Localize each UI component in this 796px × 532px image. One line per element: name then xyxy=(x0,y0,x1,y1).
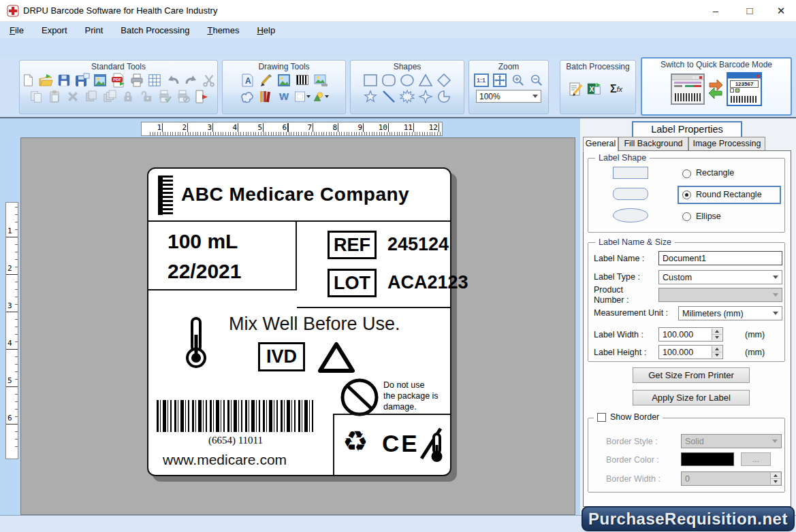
shape-star4-icon[interactable] xyxy=(417,88,434,104)
add-text-icon[interactable]: A xyxy=(239,72,255,88)
unlock-icon[interactable] xyxy=(138,88,155,104)
zoom-out-icon[interactable] xyxy=(528,72,545,88)
group-title: Shapes xyxy=(351,61,464,71)
show-border-label[interactable]: Show Border xyxy=(610,412,659,422)
menu-batch-processing[interactable]: Batch Processing xyxy=(121,25,189,35)
chevron-down-icon xyxy=(772,439,778,443)
shape-diamond-icon[interactable] xyxy=(436,72,452,88)
zoom-actual-size-icon[interactable]: 1:1 xyxy=(473,72,490,88)
zoom-in-icon[interactable] xyxy=(510,72,526,88)
undo-icon[interactable] xyxy=(165,72,181,88)
measurement-unit-select[interactable]: Milimeters (mm) xyxy=(678,306,782,320)
show-border-checkbox[interactable] xyxy=(597,413,606,422)
design-canvas[interactable]: ABC Medicare Company 100 mL 22/2021 REF … xyxy=(20,137,575,515)
label-width-unit: (mm) xyxy=(745,330,765,339)
open-file-icon[interactable] xyxy=(38,72,54,88)
menu-export[interactable]: Export xyxy=(42,25,67,35)
shape-roundrect-icon[interactable] xyxy=(381,72,397,88)
apply-size-for-label-button[interactable]: Apply Size for Label xyxy=(633,390,750,405)
barcode-glyph xyxy=(296,75,308,85)
spin-up-icon[interactable] xyxy=(712,346,722,352)
menu-print[interactable]: Print xyxy=(85,25,104,35)
chevron-down-icon xyxy=(773,276,778,279)
export-image-icon[interactable] xyxy=(93,72,109,88)
save-as-icon[interactable] xyxy=(74,72,91,88)
add-barcode-icon[interactable] xyxy=(294,72,311,88)
freeform-shape-icon[interactable] xyxy=(239,88,255,104)
menu-help[interactable]: Help xyxy=(257,25,275,35)
ivd-symbol: IVD xyxy=(258,342,305,371)
grid-icon[interactable] xyxy=(146,72,163,88)
label-width-spinner[interactable]: 100.000 xyxy=(658,327,723,342)
radio-round-rectangle-label[interactable]: Round Rectangle xyxy=(696,190,762,199)
clone-icon[interactable] xyxy=(101,88,118,104)
svg-text:A: A xyxy=(245,76,251,86)
menu-themes[interactable]: Themes xyxy=(207,25,239,35)
export-pdf-icon[interactable]: PDF xyxy=(110,72,127,88)
label-name-input[interactable]: Document1 xyxy=(658,251,782,265)
shape-ellipse-icon[interactable] xyxy=(399,72,415,88)
damage-warning-text: Do not use the package is damage. xyxy=(383,380,439,412)
formula-icon[interactable]: Σfx xyxy=(605,81,628,97)
lock-icon[interactable] xyxy=(120,88,136,104)
radio-ellipse-label[interactable]: Ellipse xyxy=(696,212,721,221)
close-button[interactable]: ✕ xyxy=(769,3,793,19)
chevron-down-icon xyxy=(532,95,538,98)
date-text: 22/2021 xyxy=(168,260,241,283)
save-icon[interactable] xyxy=(56,72,72,88)
tab-general[interactable]: General xyxy=(583,137,618,152)
radio-ellipse[interactable] xyxy=(682,212,691,221)
zoom-level-select[interactable]: 100% xyxy=(476,90,541,103)
shape-line-icon[interactable] xyxy=(381,88,397,104)
shape-gallery-icon[interactable] xyxy=(313,88,329,104)
shape-rectangle-icon[interactable] xyxy=(362,72,379,88)
duplicate-icon[interactable] xyxy=(83,88,99,104)
cut-icon[interactable] xyxy=(201,72,217,88)
frame-tool-icon[interactable] xyxy=(294,88,311,104)
add-pencil-icon[interactable] xyxy=(257,72,274,88)
medical-label[interactable]: ABC Medicare Company 100 mL 22/2021 REF … xyxy=(147,167,451,476)
tab-image-processing[interactable]: Image Processing xyxy=(688,137,765,151)
group-title: Batch Processing xyxy=(560,61,635,71)
shape-star-icon[interactable] xyxy=(362,88,379,104)
shape-pie-icon[interactable] xyxy=(436,88,452,104)
radio-rectangle[interactable] xyxy=(682,169,691,178)
radio-round-rectangle[interactable] xyxy=(682,190,691,199)
minimize-button[interactable]: – xyxy=(704,3,727,19)
group-shapes: Shapes xyxy=(350,60,464,114)
group-switch-quick-mode[interactable]: Switch to Quick Barcode Mode 123567 xyxy=(641,57,792,116)
volume-date-cell: 100 mL 22/2021 xyxy=(148,222,297,290)
print-settings-icon[interactable] xyxy=(175,88,191,104)
add-image-icon[interactable] xyxy=(276,72,292,88)
add-picture-icon[interactable] xyxy=(313,72,329,88)
ruler-number: 3 xyxy=(7,301,12,310)
radio-rectangle-label[interactable]: Rectangle xyxy=(696,168,734,178)
ruler-number: 6 xyxy=(276,123,287,132)
print-icon[interactable] xyxy=(129,72,145,88)
print-preview-icon[interactable] xyxy=(157,88,173,104)
library-icon[interactable] xyxy=(257,88,274,104)
maximize-button[interactable]: □ xyxy=(738,3,761,19)
spin-down-icon[interactable] xyxy=(712,352,722,358)
label-type-select[interactable]: Custom xyxy=(658,270,782,284)
ruler-number: 1 xyxy=(7,227,12,235)
exit-designer-icon[interactable] xyxy=(193,88,210,104)
new-document-icon[interactable] xyxy=(20,72,36,88)
dropdown-caret-icon xyxy=(306,95,311,98)
spin-up-icon[interactable] xyxy=(712,329,722,334)
edit-batch-icon[interactable] xyxy=(568,81,584,97)
copy-icon[interactable] xyxy=(28,88,44,104)
label-height-spinner[interactable]: 100.000 xyxy=(658,345,723,359)
delete-icon[interactable] xyxy=(65,88,81,104)
redo-icon[interactable] xyxy=(183,72,200,88)
menu-file[interactable]: File xyxy=(10,25,24,35)
zoom-fit-icon[interactable] xyxy=(492,72,508,88)
get-size-from-printer-button[interactable]: Get Size From Printer xyxy=(633,367,750,383)
spin-down-icon[interactable] xyxy=(712,334,722,340)
shape-burst-icon[interactable] xyxy=(399,88,415,104)
import-excel-icon[interactable]: X xyxy=(586,81,603,97)
add-watermark-icon[interactable]: W xyxy=(276,88,292,104)
paste-icon[interactable] xyxy=(46,88,63,104)
shape-triangle-icon[interactable] xyxy=(417,72,434,88)
tab-fill-background[interactable]: Fill Background xyxy=(618,137,688,151)
